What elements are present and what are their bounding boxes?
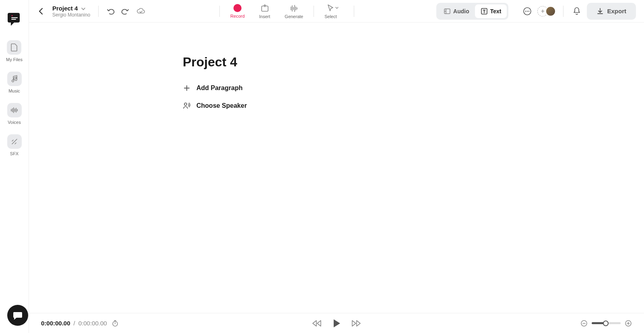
forward-button[interactable] bbox=[351, 318, 361, 329]
record-icon bbox=[233, 4, 242, 12]
play-button[interactable] bbox=[332, 319, 341, 328]
divider bbox=[219, 6, 220, 17]
action-label: Add Paragraph bbox=[196, 84, 243, 92]
tool-label: Record bbox=[230, 14, 244, 18]
project-owner: Sergio Montanino bbox=[52, 12, 90, 18]
back-button[interactable] bbox=[37, 7, 45, 15]
mode-label: Audio bbox=[453, 8, 469, 14]
sidebar-item-sfx[interactable]: SFX bbox=[7, 134, 22, 156]
svg-point-8 bbox=[184, 103, 187, 105]
right-tools: + Export bbox=[521, 3, 636, 20]
audio-mode-button[interactable]: Audio bbox=[438, 4, 475, 18]
plus-icon bbox=[183, 84, 191, 92]
sfx-icon bbox=[7, 134, 22, 149]
svg-point-6 bbox=[527, 10, 528, 11]
zoom-slider[interactable] bbox=[592, 322, 621, 324]
stopwatch-button[interactable] bbox=[112, 320, 119, 327]
notifications-button[interactable] bbox=[571, 5, 583, 17]
tool-label: Insert bbox=[259, 14, 270, 19]
time-separator: / bbox=[74, 320, 75, 327]
chevron-down-icon[interactable] bbox=[81, 5, 86, 12]
zoom-handle[interactable] bbox=[603, 321, 609, 326]
mode-toggle: Audio Text bbox=[436, 3, 508, 20]
waveform-icon bbox=[7, 103, 22, 117]
main: Project 4 Sergio Montanino Record bbox=[29, 0, 644, 333]
svg-point-7 bbox=[528, 10, 529, 11]
sidebar-item-label: Music bbox=[8, 88, 20, 93]
avatar-group: + bbox=[537, 6, 556, 16]
content: Project 4 Add Paragraph Choose Speaker bbox=[29, 23, 644, 313]
add-paragraph-button[interactable]: Add Paragraph bbox=[183, 84, 644, 92]
chat-help-button[interactable] bbox=[7, 305, 28, 326]
svg-point-5 bbox=[525, 10, 526, 11]
avatar[interactable] bbox=[545, 6, 556, 16]
text-mode-button[interactable]: Text bbox=[475, 4, 507, 18]
text-icon bbox=[481, 8, 488, 15]
sidebar-item-label: SFX bbox=[10, 151, 19, 156]
select-button[interactable]: Select bbox=[317, 2, 344, 21]
project-title: Project 4 bbox=[52, 5, 78, 12]
cloud-sync-button[interactable] bbox=[136, 7, 145, 16]
speaker-person-icon bbox=[183, 102, 191, 110]
insert-icon bbox=[260, 4, 269, 12]
export-button[interactable]: Export bbox=[587, 3, 636, 20]
footer-player: 0:00:00.00 / 0:00:00.00 bbox=[29, 313, 644, 333]
document-title[interactable]: Project 4 bbox=[183, 55, 644, 70]
time-display: 0:00:00.00 / 0:00:00.00 bbox=[41, 320, 119, 327]
export-label: Export bbox=[607, 8, 626, 14]
current-time: 0:00:00.00 bbox=[41, 320, 70, 327]
generate-icon bbox=[289, 4, 298, 12]
comments-button[interactable] bbox=[521, 5, 533, 17]
insert-button[interactable]: Insert bbox=[252, 2, 278, 21]
sidebar-item-myfiles[interactable]: My Files bbox=[6, 40, 23, 62]
tool-label: Generate bbox=[285, 14, 303, 19]
undo-button[interactable] bbox=[107, 7, 116, 16]
play-controls bbox=[312, 318, 361, 329]
chat-icon bbox=[12, 310, 23, 321]
sidebar-item-music[interactable]: Music bbox=[7, 72, 22, 93]
audio-icon bbox=[444, 8, 451, 15]
redo-button[interactable] bbox=[120, 7, 129, 16]
music-icon bbox=[7, 72, 22, 86]
duration-time: 0:00:00.00 bbox=[78, 320, 107, 327]
mode-label: Text bbox=[490, 8, 502, 14]
generate-button[interactable]: Generate bbox=[277, 2, 310, 21]
choose-speaker-button[interactable]: Choose Speaker bbox=[183, 102, 644, 110]
zoom-controls bbox=[580, 320, 632, 327]
sidebar-item-label: Voices bbox=[8, 120, 21, 125]
cursor-icon bbox=[326, 4, 335, 12]
tool-label: Select bbox=[324, 14, 337, 19]
divider bbox=[354, 6, 354, 17]
record-button[interactable]: Record bbox=[223, 2, 252, 20]
topbar: Project 4 Sergio Montanino Record bbox=[29, 0, 644, 23]
divider bbox=[563, 6, 564, 17]
sidebar-item-label: My Files bbox=[6, 57, 23, 62]
center-tools: Record Insert Generate Select bbox=[216, 2, 357, 21]
sidebar: My Files Music Voices SFX bbox=[0, 0, 29, 333]
zoom-out-button[interactable] bbox=[580, 320, 588, 327]
zoom-in-button[interactable] bbox=[625, 320, 632, 327]
action-label: Choose Speaker bbox=[196, 102, 247, 109]
svg-point-0 bbox=[11, 15, 12, 16]
divider bbox=[98, 6, 99, 17]
rewind-button[interactable] bbox=[312, 318, 322, 329]
sidebar-item-voices[interactable]: Voices bbox=[7, 103, 22, 125]
divider bbox=[314, 6, 314, 17]
download-icon bbox=[597, 8, 604, 15]
file-icon bbox=[7, 40, 21, 55]
title-block: Project 4 Sergio Montanino bbox=[52, 5, 90, 18]
app-logo[interactable] bbox=[8, 11, 21, 27]
